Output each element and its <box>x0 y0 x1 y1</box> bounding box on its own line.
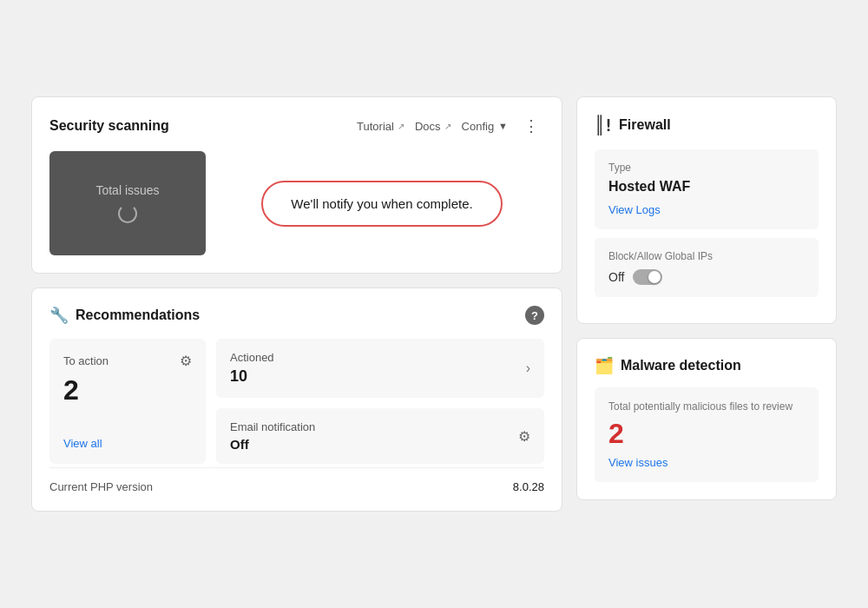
recommendations-header: 🔧 Recommendations ? <box>49 306 544 325</box>
block-allow-toggle[interactable] <box>633 269 662 285</box>
malware-detection-card: 🗂️ Malware detection Total potentially m… <box>576 338 837 500</box>
recommendations-card: 🔧 Recommendations ? To action ⚙ 2 View a… <box>31 287 562 512</box>
notify-text: We'll notify you when complete. <box>291 196 472 211</box>
notify-oval: We'll notify you when complete. <box>261 181 502 227</box>
security-header: Security scanning Tutorial ↗ Docs ↗ Conf… <box>49 115 544 137</box>
malware-description: Total potentially malicious files to rev… <box>608 400 805 414</box>
actioned-card[interactable]: Actioned 10 › <box>216 339 544 398</box>
view-issues-link[interactable]: View issues <box>608 456 667 469</box>
to-action-label: To action <box>63 354 108 367</box>
email-notification-label: Email notification <box>230 420 315 433</box>
email-content: Email notification Off <box>230 420 315 452</box>
actioned-count: 10 <box>230 367 274 386</box>
security-actions: Tutorial ↗ Docs ↗ Config ▼ ⋮ <box>357 115 544 137</box>
more-options-button[interactable]: ⋮ <box>518 115 544 137</box>
php-label: Current PHP version <box>49 480 153 493</box>
right-column: ║! Firewall Type Hosted WAF View Logs Bl… <box>576 96 837 512</box>
malware-header: 🗂️ Malware detection <box>595 356 819 375</box>
loading-spinner <box>118 204 137 223</box>
security-body: Total issues We'll notify you when compl… <box>49 151 544 255</box>
firewall-title: Firewall <box>619 117 671 133</box>
wrench-icon: 🔧 <box>49 306 69 325</box>
view-logs-link[interactable]: View Logs <box>608 203 661 216</box>
email-notification-value: Off <box>230 437 315 452</box>
php-version: 8.0.28 <box>513 480 544 493</box>
chevron-right-icon: › <box>526 360 530 376</box>
to-action-header: To action ⚙ <box>63 353 192 369</box>
docs-link[interactable]: Docs ↗ <box>415 120 451 133</box>
toggle-off-label: Off <box>608 270 624 284</box>
actioned-content: Actioned 10 <box>230 351 274 386</box>
block-allow-label: Block/Allow Global IPs <box>608 250 805 262</box>
total-issues-box: Total issues <box>49 151 206 255</box>
left-column: Security scanning Tutorial ↗ Docs ↗ Conf… <box>31 96 562 512</box>
toggle-knob <box>648 271 661 283</box>
config-button[interactable]: Config ▼ <box>462 120 508 133</box>
gear-icon[interactable]: ⚙ <box>180 353 192 369</box>
firewall-icon: ║! <box>595 115 612 135</box>
firewall-header: ║! Firewall <box>595 115 819 135</box>
malware-title: Malware detection <box>621 358 741 373</box>
external-link-icon: ↗ <box>444 122 451 131</box>
help-icon[interactable]: ? <box>525 306 544 325</box>
type-value: Hosted WAF <box>608 179 805 195</box>
rec-title-group: 🔧 Recommendations <box>49 306 200 325</box>
toggle-row: Off <box>608 269 805 285</box>
email-notification-card: Email notification Off ⚙ <box>216 408 544 464</box>
malware-body: Total potentially malicious files to rev… <box>595 387 819 482</box>
to-action-count: 2 <box>63 376 192 404</box>
recommendations-title: Recommendations <box>76 307 200 323</box>
block-allow-section: Block/Allow Global IPs Off <box>595 238 819 297</box>
total-issues-label: Total issues <box>95 183 159 197</box>
malware-icon: 🗂️ <box>595 356 614 375</box>
recommendations-body: To action ⚙ 2 View all Actioned 10 › <box>49 339 544 464</box>
malware-count: 2 <box>608 420 805 447</box>
firewall-card: ║! Firewall Type Hosted WAF View Logs Bl… <box>576 96 837 324</box>
type-label: Type <box>608 162 805 174</box>
tutorial-link[interactable]: Tutorial ↗ <box>357 120 404 133</box>
security-title: Security scanning <box>49 118 169 134</box>
actioned-label: Actioned <box>230 351 274 364</box>
firewall-type-section: Type Hosted WAF View Logs <box>595 149 819 229</box>
external-link-icon: ↗ <box>398 122 404 131</box>
php-version-row: Current PHP version 8.0.28 <box>49 467 544 493</box>
notify-box: We'll notify you when complete. <box>220 151 544 255</box>
email-gear-icon[interactable]: ⚙ <box>518 428 530 445</box>
security-scanning-card: Security scanning Tutorial ↗ Docs ↗ Conf… <box>31 96 562 274</box>
chevron-down-icon: ▼ <box>498 121 508 131</box>
to-action-card: To action ⚙ 2 View all <box>49 339 206 464</box>
view-all-link[interactable]: View all <box>63 437 192 450</box>
